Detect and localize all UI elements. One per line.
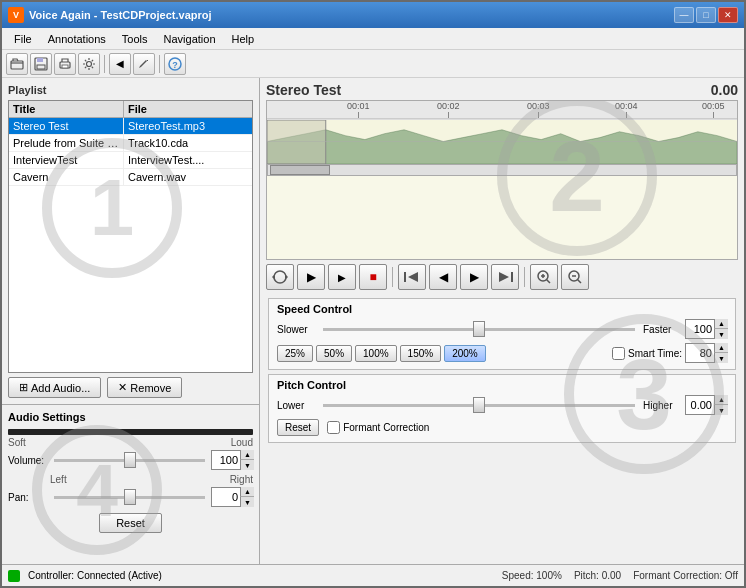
zoom-out-button[interactable] — [561, 264, 589, 290]
preset-100[interactable]: 100% — [355, 345, 397, 362]
toolbar-back[interactable]: ◀ — [109, 53, 131, 75]
next-button[interactable]: ▶ — [460, 264, 488, 290]
waveform-scrollbar[interactable] — [267, 164, 737, 176]
tick-4: 00:05 — [702, 101, 725, 118]
svg-rect-18 — [511, 272, 513, 282]
tick-label-3: 00:04 — [615, 101, 638, 111]
pan-labels: Left Right — [8, 474, 253, 485]
waveform-title: Stereo Test — [266, 82, 341, 98]
speed-value[interactable] — [686, 323, 714, 335]
speed-slider[interactable] — [323, 328, 635, 331]
menu-tools[interactable]: Tools — [114, 31, 156, 47]
playlist-row-1[interactable]: Prelude from Suite No.1... Track10.cda — [9, 135, 252, 152]
pitch-reset-button[interactable]: Reset — [277, 419, 319, 436]
add-audio-button[interactable]: ⊞ Add Audio... — [8, 377, 101, 398]
prev-button[interactable]: ◀ — [429, 264, 457, 290]
main-window: V Voice Again - TestCDProject.vaproj — □… — [0, 0, 746, 588]
svg-rect-16 — [404, 272, 406, 282]
pitch-buttons-row: Reset Formant Correction — [277, 419, 727, 436]
waveform-lower-svg — [267, 120, 737, 164]
audio-settings-label: Audio Settings — [8, 411, 253, 423]
volume-slider[interactable] — [54, 459, 205, 462]
left-panel: 1 Playlist Title File Stereo Test Stereo… — [2, 78, 260, 564]
pitch-control-section: Pitch Control Lower Higher ▲ ▼ — [268, 374, 736, 443]
waveform-section: Stereo Test 0.00 2 00:01 — [260, 78, 744, 260]
add-icon: ⊞ — [19, 381, 28, 394]
svg-rect-5 — [62, 65, 68, 68]
minimize-button[interactable]: — — [674, 7, 694, 23]
smart-spin-up[interactable]: ▲ — [714, 343, 728, 353]
play2-button[interactable]: ▶ — [328, 264, 356, 290]
volume-spin-up[interactable]: ▲ — [240, 450, 254, 460]
waveform-lower — [267, 119, 737, 164]
svg-line-21 — [547, 280, 551, 284]
status-indicator — [8, 570, 20, 582]
pan-value[interactable] — [212, 491, 240, 503]
pan-spin-down[interactable]: ▼ — [240, 497, 254, 507]
smart-time-checkbox[interactable] — [612, 347, 625, 360]
scroll-thumb[interactable] — [270, 165, 330, 175]
playlist-col-file: File — [124, 101, 252, 117]
playlist-container[interactable]: Title File Stereo Test StereoTest.mp3 Pr… — [8, 100, 253, 373]
preset-150[interactable]: 150% — [400, 345, 442, 362]
svg-rect-12 — [267, 120, 326, 164]
volume-value[interactable] — [212, 454, 240, 466]
audio-settings: 4 Audio Settings Soft Loud Volume: ▲ — [2, 404, 259, 564]
playlist-section: 1 Playlist Title File Stereo Test Stereo… — [2, 78, 259, 404]
play-button[interactable]: ▶ — [297, 264, 325, 290]
smart-time-spinbox: ▲ ▼ — [685, 343, 727, 363]
audio-reset-button[interactable]: Reset — [99, 513, 162, 533]
pitch-slider[interactable] — [323, 404, 635, 407]
playlist-cell-title-3: Cavern — [9, 169, 124, 185]
toolbar-help[interactable]: ? — [164, 53, 186, 75]
preset-25[interactable]: 25% — [277, 345, 313, 362]
right-panel: Stereo Test 0.00 2 00:01 — [260, 78, 744, 564]
pan-slider[interactable] — [54, 496, 205, 499]
playlist-row-3[interactable]: Cavern Cavern.wav — [9, 169, 252, 186]
menubar: File Annotations Tools Navigation Help — [2, 28, 744, 50]
svg-point-6 — [87, 61, 92, 66]
toolbar-print[interactable] — [54, 53, 76, 75]
preset-50[interactable]: 50% — [316, 345, 352, 362]
toolbar-edit[interactable] — [133, 53, 155, 75]
menu-annotations[interactable]: Annotations — [40, 31, 114, 47]
toolbar-settings[interactable] — [78, 53, 100, 75]
zoom-in-button[interactable] — [530, 264, 558, 290]
controller-status: Controller: Connected (Active) — [28, 570, 494, 581]
pan-spin-up[interactable]: ▲ — [240, 487, 254, 497]
menu-navigation[interactable]: Navigation — [156, 31, 224, 47]
stop-button[interactable]: ■ — [359, 264, 387, 290]
volume-spin-down[interactable]: ▼ — [240, 460, 254, 470]
smart-time-value[interactable] — [686, 347, 714, 359]
speed-presets-row: 25% 50% 100% 150% 200% Smart Time: — [277, 343, 727, 363]
playlist-cell-title-1: Prelude from Suite No.1... — [9, 135, 124, 151]
preset-200[interactable]: 200% — [444, 345, 486, 362]
pitch-spinbox: ▲ ▼ — [685, 395, 727, 415]
soft-label: Soft — [8, 437, 26, 448]
playlist-row-0[interactable]: Stereo Test StereoTest.mp3 — [9, 118, 252, 135]
remove-icon: ✕ — [118, 381, 127, 394]
maximize-button[interactable]: □ — [696, 7, 716, 23]
formant-checkbox[interactable] — [327, 421, 340, 434]
waveform-display[interactable]: 2 00:01 00:02 00:03 — [266, 100, 738, 260]
speed-spin-up[interactable]: ▲ — [714, 319, 728, 329]
remove-button[interactable]: ✕ Remove — [107, 377, 182, 398]
menu-file[interactable]: File — [6, 31, 40, 47]
toolbar-open[interactable] — [6, 53, 28, 75]
formant-status: Formant Correction: Off — [633, 570, 738, 581]
close-button[interactable]: ✕ — [718, 7, 738, 23]
menu-help[interactable]: Help — [224, 31, 263, 47]
pitch-spin-up[interactable]: ▲ — [714, 395, 728, 405]
prev-section-button[interactable] — [398, 264, 426, 290]
pitch-value[interactable] — [686, 399, 714, 411]
smart-spin-down[interactable]: ▼ — [714, 353, 728, 363]
playlist-cell-title-0: Stereo Test — [9, 118, 124, 134]
loop-button[interactable] — [266, 264, 294, 290]
pitch-spin-down[interactable]: ▼ — [714, 405, 728, 415]
speed-spin-down[interactable]: ▼ — [714, 329, 728, 339]
window-controls: — □ ✕ — [674, 7, 738, 23]
playlist-label: Playlist — [8, 84, 253, 96]
toolbar-save[interactable] — [30, 53, 52, 75]
next-section-button[interactable] — [491, 264, 519, 290]
playlist-row-2[interactable]: InterviewTest InterviewTest.... — [9, 152, 252, 169]
